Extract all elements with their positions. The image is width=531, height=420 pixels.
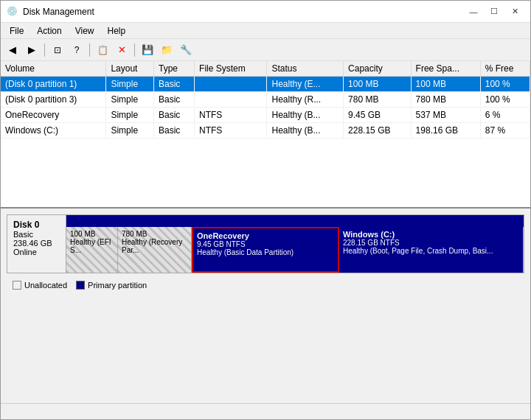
table-row[interactable]: Windows (C:)SimpleBasicNTFSHealthy (B...… [1, 123, 530, 139]
partition-efi[interactable]: 100 MB Healthy (EFI S... [66, 227, 118, 273]
toolbar-list[interactable]: 📋 [94, 42, 111, 58]
table-cell: Simple [106, 123, 154, 139]
table-cell: (Disk 0 partition 3) [1, 92, 106, 108]
toolbar-save[interactable]: 💾 [139, 42, 156, 58]
disk-size: 238.46 GB [13, 239, 60, 248]
table-cell: 198.16 GB [411, 123, 480, 139]
disk-status: Online [13, 248, 60, 256]
recovery-label: Healthy (Recovery Par... [122, 238, 187, 254]
table-cell: 100 % [480, 77, 530, 92]
bottom-panel: Disk 0 Basic 238.46 GB Online 100 MB [1, 209, 530, 403]
table-cell: Simple [106, 108, 154, 123]
table-cell: Simple [106, 92, 154, 108]
toolbar-back[interactable]: ◀ [4, 42, 21, 58]
col-filesystem: File System [195, 61, 267, 77]
col-layout: Layout [106, 61, 154, 77]
table-cell [195, 92, 267, 108]
toolbar: ◀ ▶ ⊡ ? 📋 ✕ 💾 📁 🔧 [1, 39, 530, 61]
col-status: Status [267, 61, 344, 77]
main-window: 💿 Disk Management — ☐ ✕ File Action View… [0, 0, 531, 420]
toolbar-sep3 [134, 43, 135, 57]
title-bar: 💿 Disk Management — ☐ ✕ [1, 1, 530, 23]
table-row[interactable]: OneRecoverySimpleBasicNTFSHealthy (B...9… [1, 108, 530, 123]
toolbar-folder[interactable]: 📁 [158, 42, 176, 58]
onerecovery-name: OneRecovery [197, 231, 334, 240]
table-cell [195, 77, 267, 92]
table-cell: Healthy (B... [267, 108, 344, 123]
onerecovery-label: Healthy (Basic Data Partition) [197, 248, 334, 256]
legend-primary-box [76, 281, 85, 290]
windows-size: 228.15 GB NTFS [343, 239, 519, 247]
table-cell: OneRecovery [1, 108, 106, 123]
col-capacity: Capacity [344, 61, 412, 77]
table-cell: 87 % [480, 123, 530, 139]
table-cell: 6 % [480, 108, 530, 123]
table-cell: Healthy (R... [267, 92, 344, 108]
onerecovery-size: 9.45 GB NTFS [197, 240, 334, 248]
table-container[interactable]: Volume Layout Type File System Status Ca… [1, 61, 530, 207]
disk-partitions: 100 MB Healthy (EFI S... 780 MB Healthy … [66, 215, 524, 273]
legend-primary: Primary partition [76, 281, 147, 290]
legend-unallocated-box [13, 281, 21, 290]
col-freespace: Free Spa... [411, 61, 480, 77]
table-cell: Basic [153, 77, 194, 92]
table-cell: Healthy (B... [267, 123, 344, 139]
legend-unallocated-label: Unallocated [24, 281, 67, 290]
window-title: Disk Management [23, 7, 94, 17]
table-cell: 228.15 GB [344, 123, 412, 139]
recovery-size: 780 MB [122, 230, 187, 238]
disk-label: Disk 0 Basic 238.46 GB Online [7, 215, 66, 273]
legend-primary-label: Primary partition [88, 281, 147, 290]
table-cell: 780 MB [344, 92, 412, 108]
table-cell: Healthy (E... [267, 77, 344, 92]
table-cell: 100 MB [411, 77, 480, 92]
toolbar-settings[interactable]: 🔧 [177, 42, 195, 58]
table-header-row: Volume Layout Type File System Status Ca… [1, 61, 530, 77]
table-cell: Simple [106, 77, 154, 92]
toolbar-sep1 [44, 43, 45, 57]
legend-unallocated: Unallocated [13, 281, 67, 290]
windows-name: Windows (C:) [343, 230, 519, 239]
toolbar-delete[interactable]: ✕ [113, 42, 131, 58]
minimize-button[interactable]: — [464, 4, 483, 19]
menu-file[interactable]: File [4, 24, 30, 38]
table-cell: Basic [153, 92, 194, 108]
menu-bar: File Action View Help [1, 23, 530, 39]
menu-view[interactable]: View [69, 24, 100, 38]
maximize-button[interactable]: ☐ [485, 4, 504, 19]
table-row[interactable]: (Disk 0 partition 3)SimpleBasicHealthy (… [1, 92, 530, 108]
status-bar [1, 403, 530, 419]
disk-type: Basic [13, 230, 60, 239]
close-button[interactable]: ✕ [505, 4, 524, 19]
table-cell: 780 MB [411, 92, 480, 108]
window-controls: — ☐ ✕ [464, 4, 524, 19]
partition-recovery[interactable]: 780 MB Healthy (Recovery Par... [118, 227, 192, 273]
top-panel: Volume Layout Type File System Status Ca… [1, 61, 530, 209]
disk-row: Disk 0 Basic 238.46 GB Online 100 MB [7, 214, 524, 273]
menu-help[interactable]: Help [102, 24, 132, 38]
toolbar-info[interactable]: ? [68, 42, 86, 58]
efi-size: 100 MB [70, 230, 114, 238]
table-cell: 9.45 GB [344, 108, 412, 123]
col-volume: Volume [1, 61, 106, 77]
table-row[interactable]: (Disk 0 partition 1)SimpleBasicHealthy (… [1, 77, 530, 92]
table-cell: (Disk 0 partition 1) [1, 77, 106, 92]
toolbar-help[interactable]: ⊡ [49, 42, 66, 58]
volumes-table: Volume Layout Type File System Status Ca… [1, 61, 530, 139]
disk-name: Disk 0 [13, 220, 60, 230]
table-cell: NTFS [195, 123, 267, 139]
col-percentfree: % Free [480, 61, 530, 77]
table-cell: 537 MB [411, 108, 480, 123]
partition-onerecovery[interactable]: OneRecovery 9.45 GB NTFS Healthy (Basic … [192, 227, 339, 273]
menu-action[interactable]: Action [31, 24, 67, 38]
table-cell: Basic [153, 108, 194, 123]
legend-bar: Unallocated Primary partition [7, 278, 524, 293]
efi-label: Healthy (EFI S... [70, 238, 114, 254]
table-cell: Windows (C:) [1, 123, 106, 139]
windows-label: Healthy (Boot, Page File, Crash Dump, Ba… [343, 247, 519, 255]
partition-windows[interactable]: Windows (C:) 228.15 GB NTFS Healthy (Boo… [339, 227, 524, 273]
app-icon: 💿 [7, 6, 18, 18]
table-cell: 100 % [480, 92, 530, 108]
table-cell: 100 MB [344, 77, 412, 92]
toolbar-forward[interactable]: ▶ [23, 42, 41, 58]
